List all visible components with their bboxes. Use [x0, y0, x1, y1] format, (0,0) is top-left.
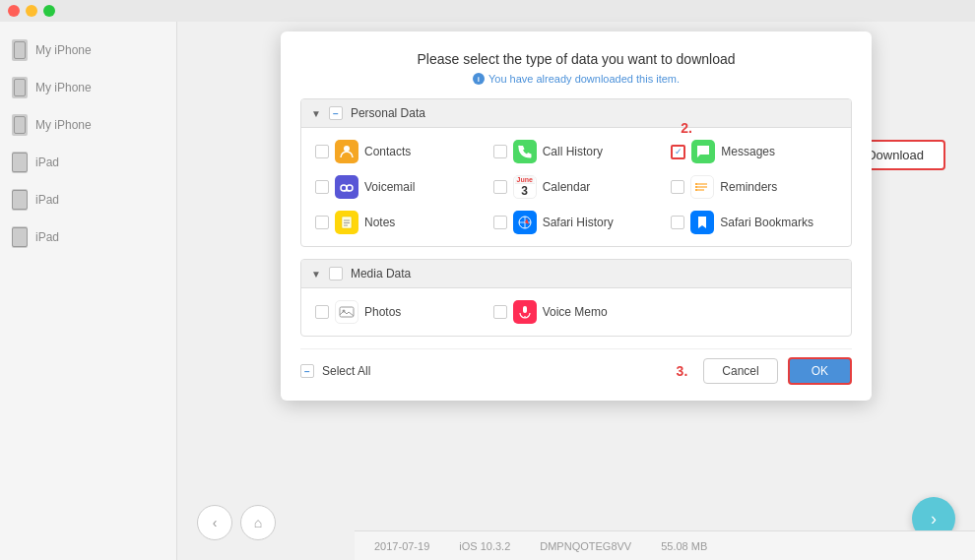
safari-bookmarks-checkbox[interactable]	[671, 216, 684, 229]
ipad-icon	[12, 152, 28, 173]
dialog-subtitle: i You have already downloaded this item.	[300, 73, 852, 85]
messages-icon	[691, 140, 715, 163]
reminders-item: Reminders	[667, 173, 841, 201]
device-size: 55.08 MB	[661, 540, 707, 552]
personal-data-items: Contacts Call History 2.	[301, 128, 851, 246]
calendar-label: Calendar	[543, 180, 591, 194]
reminders-icon	[690, 175, 714, 199]
dialog-subtitle-text: You have already downloaded this item.	[488, 73, 680, 85]
contacts-item: Contacts	[311, 138, 486, 165]
notes-label: Notes	[364, 216, 395, 229]
messages-item: 2. Messages	[667, 138, 841, 165]
voicemail-checkbox[interactable]	[315, 180, 329, 194]
media-data-items: Photos Voice Memo	[301, 288, 851, 336]
contacts-checkbox[interactable]	[315, 145, 329, 158]
dialog-title: Please select the type of data you want …	[300, 51, 852, 67]
sidebar-item-ipad-2[interactable]: iPad	[0, 181, 176, 218]
safari-history-label: Safari History	[543, 216, 614, 229]
safari-bookmarks-icon	[690, 211, 714, 234]
sidebar-item-iphone-3[interactable]: My iPhone	[0, 106, 176, 144]
call-history-checkbox[interactable]	[493, 145, 507, 158]
iphone-icon	[12, 77, 28, 98]
contacts-icon	[335, 140, 358, 163]
calendar-checkbox[interactable]	[493, 180, 507, 194]
sidebar-item-iphone-2[interactable]: My iPhone	[0, 69, 176, 106]
media-data-header: ▼ Media Data	[301, 260, 851, 288]
iphone-icon	[12, 39, 28, 61]
personal-data-panel: ▼ Personal Data Contacts	[300, 98, 852, 247]
voice-memo-checkbox[interactable]	[493, 305, 507, 319]
bottom-bar: 2017-07-19 iOS 10.3.2 DMPNQOTEG8VV 55.08…	[355, 530, 975, 560]
forward-icon: ›	[931, 509, 937, 529]
sidebar-item-ipad-3[interactable]: iPad	[0, 218, 176, 256]
media-data-checkbox[interactable]	[329, 267, 343, 280]
sidebar-item-label: iPad	[35, 193, 59, 207]
ipad-icon	[12, 226, 28, 248]
select-all-checkbox[interactable]	[300, 364, 314, 378]
safari-bookmarks-item: Safari Bookmarks	[667, 209, 841, 236]
svg-point-0	[344, 146, 350, 152]
photos-checkbox[interactable]	[315, 305, 329, 319]
ipad-icon	[12, 189, 28, 211]
sidebar-item-label: My iPhone	[35, 43, 92, 57]
calendar-item: June 3 Calendar	[489, 173, 664, 201]
app-container: My iPhone My iPhone My iPhone iPad iPad …	[0, 22, 975, 560]
personal-data-checkbox[interactable]	[329, 106, 343, 120]
safari-history-icon	[513, 211, 537, 234]
minimize-button[interactable]	[26, 5, 37, 17]
personal-data-label: Personal Data	[351, 106, 425, 120]
maximize-button[interactable]	[43, 5, 55, 17]
sidebar: My iPhone My iPhone My iPhone iPad iPad …	[0, 22, 177, 560]
notes-icon	[335, 211, 358, 234]
messages-label: Messages	[721, 145, 775, 158]
sidebar-item-iphone-1[interactable]: My iPhone	[0, 31, 176, 69]
svg-rect-18	[340, 307, 354, 317]
photos-icon	[335, 300, 358, 324]
call-history-icon	[513, 140, 537, 163]
svg-marker-17	[525, 218, 529, 224]
photos-item: Photos	[311, 298, 486, 326]
title-bar	[0, 0, 975, 22]
svg-point-8	[695, 186, 697, 188]
reminders-checkbox[interactable]	[671, 180, 684, 194]
close-button[interactable]	[8, 5, 20, 17]
notes-checkbox[interactable]	[315, 216, 329, 229]
messages-checkbox[interactable]	[671, 145, 685, 159]
media-collapse-arrow[interactable]: ▼	[311, 269, 321, 280]
photos-label: Photos	[364, 305, 401, 319]
sidebar-item-label: iPad	[35, 156, 59, 169]
footer-buttons: 3. Cancel OK	[677, 357, 852, 385]
info-icon: i	[473, 73, 485, 85]
ok-button[interactable]: OK	[788, 357, 852, 385]
media-data-panel: ▼ Media Data Photos	[300, 259, 852, 337]
sidebar-item-label: My iPhone	[35, 81, 92, 94]
sidebar-item-ipad-1[interactable]: iPad	[0, 144, 176, 181]
select-all-label: Select All	[322, 364, 370, 378]
home-icon: ⌂	[254, 515, 262, 530]
safari-history-checkbox[interactable]	[493, 216, 507, 229]
back-icon: ‹	[213, 515, 218, 530]
collapse-arrow[interactable]: ▼	[311, 108, 321, 119]
sidebar-item-label: My iPhone	[35, 118, 92, 132]
dialog-footer: Select All 3. Cancel OK	[300, 348, 852, 385]
svg-rect-20	[523, 306, 527, 313]
modal-overlay: Please select the type of data you want …	[177, 22, 975, 560]
device-date: 2017-07-19	[374, 540, 429, 552]
media-data-label: Media Data	[351, 267, 411, 280]
main-content: Download 1. Please select the type of da…	[177, 22, 975, 560]
step3-annotation: 3.	[677, 363, 688, 379]
safari-bookmarks-label: Safari Bookmarks	[720, 216, 813, 229]
device-id: DMPNQOTEG8VV	[540, 540, 631, 552]
select-all-area: Select All	[300, 364, 370, 378]
voicemail-icon	[335, 175, 358, 199]
home-button[interactable]: ⌂	[240, 505, 276, 540]
cancel-button[interactable]: Cancel	[703, 358, 777, 384]
voice-memo-icon	[513, 300, 537, 324]
call-history-item: Call History	[489, 138, 664, 165]
sidebar-item-label: iPad	[35, 230, 59, 244]
back-button[interactable]: ‹	[197, 505, 232, 540]
dialog: Please select the type of data you want …	[281, 31, 872, 401]
safari-history-item: Safari History	[489, 209, 664, 236]
voice-memo-item: Voice Memo	[489, 298, 664, 326]
call-history-label: Call History	[543, 145, 603, 158]
